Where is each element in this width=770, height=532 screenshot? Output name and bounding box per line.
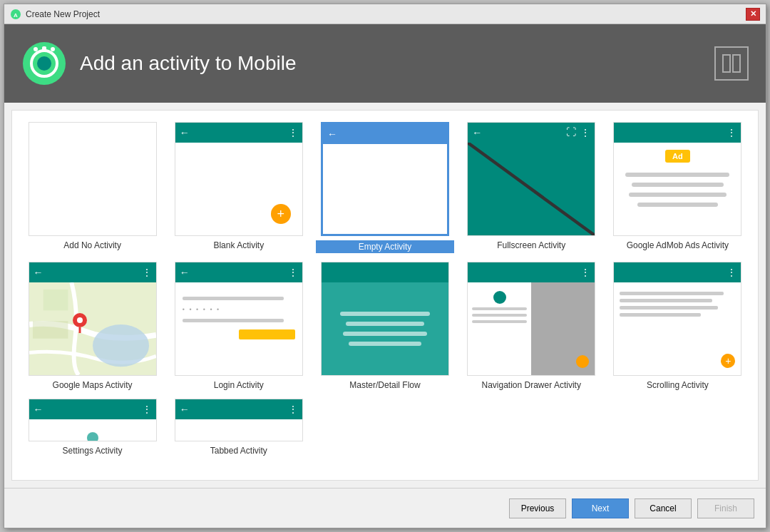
activity-item-login[interactable]: ← ⋮ • • • • • • Login Activity	[170, 262, 307, 390]
activity-item-admob[interactable]: ⋮ Ad Google AdMob Ads Activity	[609, 122, 746, 253]
activity-thumb-tabbed: ← ⋮	[175, 399, 303, 441]
back-arrow-icon-full: ←	[472, 127, 482, 138]
nav-item-1	[472, 307, 527, 310]
activity-item-navdrawer[interactable]: ⋮ Nav	[463, 262, 600, 390]
next-button[interactable]: Next	[572, 498, 629, 518]
activity-label-navdrawer: Navigation Drawer Activity	[482, 380, 581, 390]
detail-line-1	[340, 312, 430, 316]
ad-badge: Ad	[665, 150, 690, 163]
svg-rect-13	[43, 290, 68, 311]
svg-text:A: A	[14, 12, 18, 19]
diagonal-svg	[468, 143, 595, 235]
activity-thumb-no-activity	[29, 122, 157, 236]
previous-button[interactable]: Previous	[509, 498, 566, 518]
scroll-line-3	[620, 306, 718, 310]
map-pin	[73, 313, 87, 336]
activity-thumb-login: ← ⋮ • • • • • •	[175, 262, 303, 376]
svg-rect-5	[42, 46, 46, 52]
nav-item-2	[472, 314, 527, 317]
settings-body-partial	[29, 419, 156, 441]
svg-rect-8	[723, 55, 730, 72]
activity-thumb-masterdetail	[321, 262, 449, 376]
content-line-2	[632, 183, 724, 187]
svg-point-7	[51, 47, 55, 51]
tabbed-body-partial	[175, 419, 302, 441]
activity-thumb-fullscreen: ← ⛶ ⋮	[467, 122, 595, 236]
activity-item-maps[interactable]: ← ⋮	[24, 262, 161, 390]
svg-rect-14	[33, 321, 68, 339]
map-svg	[29, 282, 156, 375]
activity-thumb-admob: ⋮ Ad	[613, 122, 741, 236]
activity-item-no-activity[interactable]: Add No Activity	[24, 122, 161, 253]
settings-icon-partial	[87, 432, 98, 441]
activity-thumb-settings: ← ⋮	[29, 399, 157, 441]
finish-button[interactable]: Finish	[697, 498, 754, 518]
layout-icon-button[interactable]	[714, 46, 749, 81]
menu-dots-icon-maps: ⋮	[142, 267, 152, 278]
activity-item-empty[interactable]: ← Empty Activity	[316, 122, 453, 253]
activity-item-masterdetail[interactable]: Master/Detail Flow	[316, 262, 453, 390]
password-dots: • • • • • •	[183, 306, 295, 313]
fab-icon: +	[271, 204, 291, 224]
content-line-3	[629, 193, 727, 197]
activity-item-fullscreen[interactable]: ← ⛶ ⋮ Fullscreen Activity	[463, 122, 600, 253]
back-arrow-settings: ←	[34, 404, 43, 415]
footer: Previous Next Cancel Finish	[4, 488, 766, 528]
detail-line-4	[349, 342, 422, 346]
main-window: A Create New Project ✕ Add an activity t…	[4, 4, 766, 528]
svg-rect-9	[733, 55, 740, 72]
activity-label-tabbed: Tabbed Activity	[210, 446, 267, 456]
nav-avatar	[493, 291, 506, 304]
fullscreen-icon: ⛶	[566, 126, 576, 138]
activity-item-settings[interactable]: ← ⋮ Settings Activity	[24, 399, 161, 456]
activity-thumb-empty: ←	[321, 122, 449, 236]
activity-label-settings: Settings Activity	[63, 446, 123, 456]
svg-point-12	[93, 324, 149, 367]
activity-label-admob: Google AdMob Ads Activity	[627, 240, 729, 250]
content-line-1	[625, 173, 729, 177]
input-email	[183, 297, 284, 300]
activity-label-login: Login Activity	[214, 380, 264, 390]
back-arrow-icon-login: ←	[180, 267, 190, 278]
header-title: Add an activity to Mobile	[80, 52, 714, 75]
activity-item-blank[interactable]: ← ⋮ + Blank Activity	[170, 122, 307, 253]
nav-drawer-panel	[468, 282, 531, 375]
close-button[interactable]: ✕	[746, 8, 760, 21]
title-bar: A Create New Project ✕	[4, 4, 766, 24]
activity-thumb-scrolling: ⋮ +	[613, 262, 741, 376]
menu-dots-icon-full: ⋮	[580, 127, 590, 138]
header: Add an activity to Mobile	[4, 24, 766, 103]
menu-dots-icon: ⋮	[288, 127, 298, 138]
activity-item-scrolling[interactable]: ⋮ + Scrolling Activity	[609, 262, 746, 390]
activity-label-maps: Google Maps Activity	[53, 380, 133, 390]
dots-tabbed: ⋮	[288, 404, 298, 415]
cancel-button[interactable]: Cancel	[635, 498, 692, 518]
activity-label-scrolling: Scrolling Activity	[647, 380, 709, 390]
input-line2	[183, 319, 284, 322]
scroll-line-2	[620, 299, 712, 302]
activity-thumb-navdrawer: ⋮	[467, 262, 595, 376]
content-line-4	[637, 203, 718, 207]
scroll-line-4	[620, 313, 700, 317]
svg-point-6	[34, 47, 38, 51]
nav-item-3	[472, 320, 527, 323]
menu-dots-icon-nav: ⋮	[580, 267, 590, 278]
android-studio-logo	[21, 41, 67, 86]
layout-icon	[722, 53, 741, 73]
back-arrow-icon: ←	[180, 127, 190, 138]
svg-point-16	[77, 317, 83, 323]
activity-item-tabbed[interactable]: ← ⋮ Tabbed Activity	[170, 399, 307, 456]
back-arrow-tabbed: ←	[180, 404, 190, 415]
scroll-fab: +	[721, 354, 735, 368]
back-arrow-icon-maps: ←	[34, 267, 43, 278]
activity-label-no-activity: Add No Activity	[63, 240, 121, 250]
back-arrow-icon-empty: ←	[327, 128, 337, 140]
activity-label-fullscreen: Fullscreen Activity	[497, 240, 565, 250]
detail-line-2	[346, 322, 425, 326]
activity-label-masterdetail: Master/Detail Flow	[349, 380, 420, 390]
activity-label-empty: Empty Activity	[316, 240, 453, 253]
menu-dots-icon-login: ⋮	[288, 267, 298, 278]
svg-point-4	[37, 56, 51, 71]
activity-thumb-blank: ← ⋮ +	[175, 122, 303, 236]
sign-in-btn	[239, 329, 295, 339]
